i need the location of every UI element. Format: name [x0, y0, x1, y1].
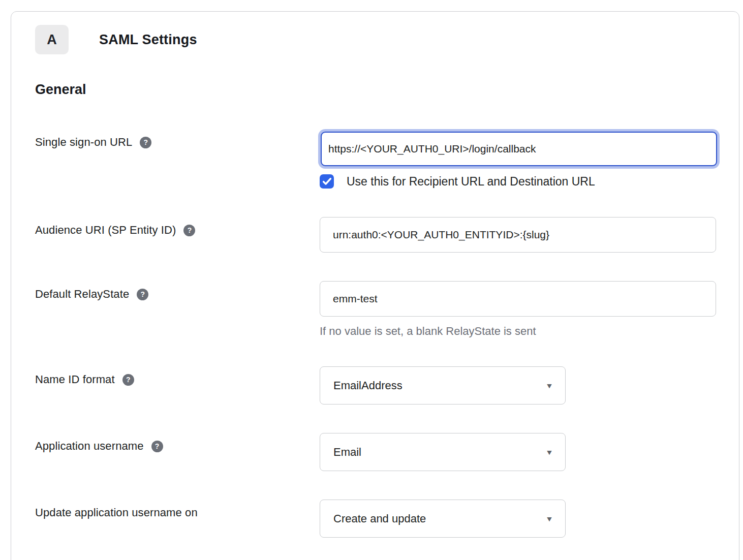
sso-checkbox-row: Use this for Recipient URL and Destinati…: [320, 174, 717, 189]
control-col-appusername: Email ▼: [320, 433, 566, 471]
section-heading-general: General: [35, 82, 739, 98]
row-single-sign-on-url: Single sign-on URL ? Use this for Recipi…: [35, 129, 739, 189]
row-application-username: Application username ? Email ▼: [35, 433, 739, 471]
label-col-relaystate: Default RelayState ?: [35, 281, 320, 301]
control-col-update-username: Create and update ▼: [320, 500, 566, 538]
page-title: SAML Settings: [99, 32, 197, 48]
name-id-format-select[interactable]: EmailAddress ▼: [320, 366, 566, 405]
application-username-help-icon[interactable]: ?: [151, 441, 163, 452]
control-col-audience: [320, 217, 716, 253]
update-app-username-value: Create and update: [333, 512, 426, 525]
relaystate-helper-text: If no value is set, a blank RelayState i…: [320, 325, 716, 338]
row-audience-uri: Audience URI (SP Entity ID) ?: [35, 217, 739, 253]
default-relaystate-help-icon[interactable]: ?: [137, 289, 148, 300]
name-id-format-help-icon[interactable]: ?: [122, 374, 134, 386]
sso-url-help-icon[interactable]: ?: [140, 137, 151, 148]
application-username-label: Application username: [35, 440, 144, 453]
chevron-down-icon: ▼: [545, 515, 553, 523]
chevron-down-icon: ▼: [545, 448, 553, 456]
update-app-username-label: Update application username on: [35, 506, 198, 519]
label-col-audience: Audience URI (SP Entity ID) ?: [35, 217, 320, 237]
row-default-relaystate: Default RelayState ? If no value is set,…: [35, 281, 739, 338]
section-badge: A: [35, 25, 69, 54]
control-col-relaystate: If no value is set, a blank RelayState i…: [320, 281, 716, 338]
row-update-app-username: Update application username on Create an…: [35, 500, 739, 538]
sso-url-label: Single sign-on URL: [35, 136, 132, 149]
label-col-nameid: Name ID format ?: [35, 366, 320, 386]
label-col-update-username: Update application username on: [35, 500, 320, 519]
row-name-id-format: Name ID format ? EmailAddress ▼: [35, 366, 739, 405]
label-col-sso: Single sign-on URL ?: [35, 129, 320, 149]
use-for-recipient-checkbox[interactable]: [320, 174, 334, 189]
use-for-recipient-label: Use this for Recipient URL and Destinati…: [347, 175, 595, 189]
update-app-username-select[interactable]: Create and update ▼: [320, 500, 566, 538]
audience-uri-input[interactable]: [320, 217, 716, 253]
audience-uri-help-icon[interactable]: ?: [183, 225, 195, 236]
checkmark-icon: [323, 178, 331, 185]
audience-uri-label: Audience URI (SP Entity ID): [35, 224, 176, 237]
default-relaystate-input[interactable]: [320, 281, 716, 317]
name-id-format-label: Name ID format: [35, 373, 115, 386]
saml-settings-card: A SAML Settings General Single sign-on U…: [11, 11, 739, 560]
default-relaystate-label: Default RelayState: [35, 288, 129, 301]
name-id-format-value: EmailAddress: [333, 379, 403, 392]
control-col-nameid: EmailAddress ▼: [320, 366, 566, 405]
card-header: A SAML Settings: [35, 25, 739, 54]
label-col-appusername: Application username ?: [35, 433, 320, 453]
control-col-sso: Use this for Recipient URL and Destinati…: [320, 129, 717, 189]
application-username-select[interactable]: Email ▼: [320, 433, 566, 471]
application-username-value: Email: [333, 446, 361, 459]
sso-url-input[interactable]: [321, 132, 717, 166]
chevron-down-icon: ▼: [545, 382, 553, 390]
